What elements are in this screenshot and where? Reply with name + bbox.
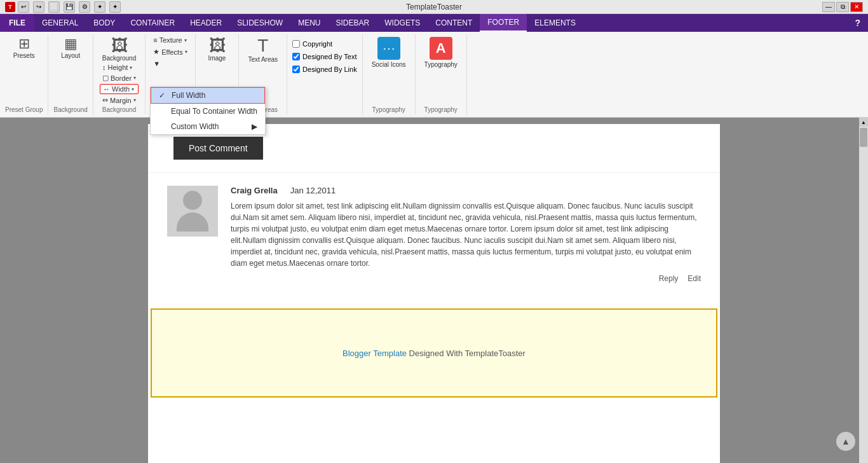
margin-label: Margin xyxy=(110,97,132,104)
close-btn[interactable]: ✕ xyxy=(850,2,863,12)
background-group-label: Background xyxy=(102,105,136,113)
texture-btn[interactable]: ≡ Texture ▾ xyxy=(151,36,189,45)
typography-group-label: Typography xyxy=(424,105,458,113)
menu-slideshow[interactable]: SLIDESHOW xyxy=(229,14,290,32)
social-group-label: Typography xyxy=(372,105,405,113)
layout-icon: ▦ xyxy=(64,37,78,51)
avatar-body xyxy=(177,212,208,232)
footer-link[interactable]: Blogger Template xyxy=(342,349,407,358)
share-icon: ⋯ xyxy=(383,41,395,56)
menu-footer[interactable]: FOOTER xyxy=(480,14,527,32)
custom-width-arrow: ▶ xyxy=(252,122,257,131)
footer-suffix: Designed With TemplateToaster xyxy=(407,349,526,358)
designed-by-link-checkbox-item[interactable]: Designed By Link xyxy=(292,65,357,74)
page-content: Post Comment Craig Grella Jan 12,2011 Lo… xyxy=(148,124,720,463)
menu-container[interactable]: CONTAINER xyxy=(123,14,182,32)
dropdown-equal-container[interactable]: Equal To Container Width xyxy=(151,104,265,119)
comment-text: Lorem ipsum dolor sit amet, test link ad… xyxy=(231,200,701,269)
border-arrow: ▾ xyxy=(133,75,136,81)
typography-label: Typography xyxy=(424,61,458,68)
dropdown-custom-width[interactable]: Custom Width ▶ xyxy=(151,119,265,134)
comment-section: Craig Grella Jan 12,2011 Lorem ipsum dol… xyxy=(148,173,720,308)
menu-widgets[interactable]: WIDGETS xyxy=(377,14,428,32)
background-label: Background xyxy=(102,55,136,62)
comment-actions: Reply Edit xyxy=(231,274,701,283)
new-btn[interactable]: ⬜ xyxy=(48,1,60,13)
comment: Craig Grella Jan 12,2011 Lorem ipsum dol… xyxy=(167,186,701,283)
title-bar: T ↩ ↪ ⬜ 💾 ⚙ ✦ ✦ TemplateToaster — ⧉ ✕ xyxy=(0,0,868,14)
effects-label: Effects xyxy=(161,48,182,56)
border-btn[interactable]: ▢ Border ▾ xyxy=(100,73,139,83)
height-arrow: ▾ xyxy=(130,65,132,71)
preview-btn[interactable]: ▼ xyxy=(151,59,189,68)
settings-btn[interactable]: ⚙ xyxy=(79,1,90,13)
height-label: Height xyxy=(108,64,128,71)
save-btn[interactable]: 💾 xyxy=(64,1,75,13)
margin-btn[interactable]: ⇔ Margin ▾ xyxy=(100,95,139,105)
star-btn1[interactable]: ✦ xyxy=(94,1,105,13)
undo-btn[interactable]: ↩ xyxy=(18,1,29,13)
preview-label: ▼ xyxy=(153,60,160,67)
background-btn[interactable]: 🖼 Background xyxy=(98,36,140,63)
texture-arrow: ▾ xyxy=(184,38,187,43)
edit-btn[interactable]: Edit xyxy=(688,274,701,283)
image-btn[interactable]: 🖼 Image xyxy=(203,36,231,63)
scroll-top-btn[interactable]: ▲ xyxy=(836,432,855,451)
footer-area: Blogger Template Designed With TemplateT… xyxy=(151,308,717,397)
social-icon-box: ⋯ xyxy=(377,37,400,60)
designed-by-link-label: Designed By Link xyxy=(302,66,357,73)
menu-menu[interactable]: MENU xyxy=(290,14,328,32)
menu-general[interactable]: GENERAL xyxy=(34,14,86,32)
menu-sidebar[interactable]: SIDEBAR xyxy=(329,14,377,32)
ribbon-group-social-icons: ⋯ Social Icons Typography xyxy=(363,34,416,114)
ribbon: ⊞ Presets Preset Group ▦ Layout Backgrou… xyxy=(0,32,868,118)
menu-elements[interactable]: ELEMENTS xyxy=(527,14,583,32)
menu-header[interactable]: HEADER xyxy=(182,14,229,32)
scroll-up-arrow[interactable]: ▲ xyxy=(859,118,868,127)
comment-date: Jan 12,2011 xyxy=(290,186,336,195)
scroll-thumb[interactable] xyxy=(860,128,867,147)
layout-label: Layout xyxy=(61,52,80,59)
presets-label: Presets xyxy=(13,52,35,59)
width-label: Width xyxy=(112,85,130,93)
reply-btn[interactable]: Reply xyxy=(659,274,679,283)
designed-by-link-checkbox[interactable] xyxy=(292,66,300,73)
presets-btn[interactable]: ⊞ Presets xyxy=(10,36,39,60)
width-arrow: ▾ xyxy=(132,86,134,92)
minimize-btn[interactable]: — xyxy=(822,2,835,12)
help-btn[interactable]: ? xyxy=(847,15,868,31)
effects-btn[interactable]: ★ Effects ▾ xyxy=(151,47,189,57)
ribbon-group-checkboxes: Copyright Designed By Text Designed By L… xyxy=(287,34,363,114)
menu-content[interactable]: CONTENT xyxy=(428,14,480,32)
typography-btn[interactable]: A Typography xyxy=(421,36,461,69)
footer-text: Blogger Template Designed With TemplateT… xyxy=(342,349,526,358)
text-areas-btn[interactable]: T Text Areas xyxy=(244,36,281,64)
comment-author: Craig Grella xyxy=(231,186,278,195)
redo-btn[interactable]: ↪ xyxy=(33,1,44,13)
maximize-btn[interactable]: ⧉ xyxy=(836,2,849,12)
app-title: TemplateToaster xyxy=(406,3,462,11)
copyright-checkbox[interactable] xyxy=(292,40,300,48)
width-dropdown-menu: ✓ Full Width Equal To Container Width Cu… xyxy=(150,86,266,135)
layout-btn[interactable]: ▦ Layout xyxy=(57,36,85,60)
width-btn[interactable]: ↔ Width ▾ xyxy=(100,84,139,94)
margin-icon: ⇔ xyxy=(102,96,108,104)
designed-by-text-checkbox[interactable] xyxy=(292,53,300,60)
margin-arrow: ▾ xyxy=(133,97,136,103)
app-icon: T xyxy=(5,2,15,12)
height-btn[interactable]: ↕ Height ▾ xyxy=(100,63,139,72)
ribbon-group-typography: A Typography Typography xyxy=(416,34,467,114)
copyright-checkbox-item[interactable]: Copyright xyxy=(292,39,357,48)
background-icon: 🖼 xyxy=(111,37,128,53)
comment-content: Craig Grella Jan 12,2011 Lorem ipsum dol… xyxy=(231,186,701,283)
equal-container-label: Equal To Container Width xyxy=(171,107,257,116)
post-comment-btn[interactable]: Post Comment xyxy=(173,137,263,160)
menu-body[interactable]: BODY xyxy=(86,14,123,32)
menu-file[interactable]: FILE xyxy=(0,14,34,32)
designed-by-text-checkbox-item[interactable]: Designed By Text xyxy=(292,52,357,61)
main-area: Post Comment Craig Grella Jan 12,2011 Lo… xyxy=(0,118,868,463)
presets-icon: ⊞ xyxy=(18,37,30,51)
social-icons-btn[interactable]: ⋯ Social Icons xyxy=(368,36,410,69)
dropdown-full-width[interactable]: ✓ Full Width xyxy=(151,87,265,104)
star-btn2[interactable]: ✦ xyxy=(109,1,121,13)
